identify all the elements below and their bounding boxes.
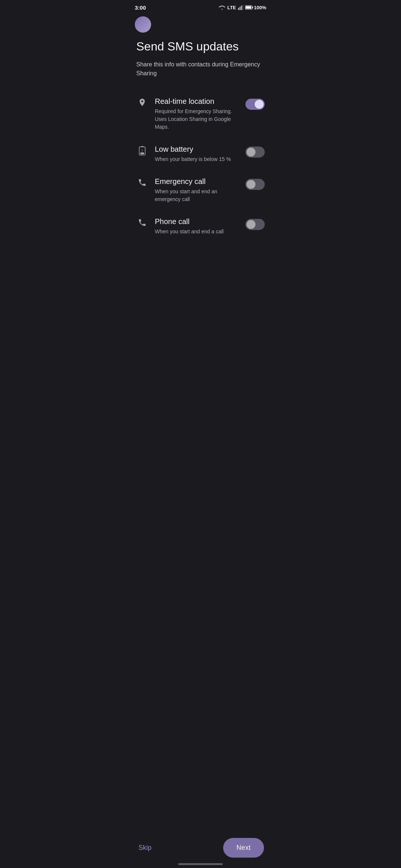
toggle-emergency-call[interactable] [245,179,265,190]
toggle-wrap-emergency-call[interactable] [245,177,265,190]
setting-text-emergency-call: Emergency call When you start and end an… [155,177,239,203]
toggle-wrap-low-battery[interactable] [245,144,265,158]
emergency-call-icon [138,178,147,188]
setting-desc-low-battery: When your battery is below 15 % [155,155,239,163]
toggle-real-time-location[interactable] [245,99,265,110]
setting-item-emergency-call: Emergency call When you start and end an… [136,170,265,210]
battery-icon: 100% [245,5,266,10]
svg-rect-3 [242,5,243,10]
svg-rect-5 [252,7,253,9]
setting-desc-phone-call: When you start and end a call [155,228,239,236]
setting-item-real-time-location: Real-time location Required for Emergenc… [136,90,265,138]
toggle-phone-call[interactable] [245,219,265,230]
setting-item-low-battery: ! Low battery When your battery is below… [136,138,265,170]
setting-desc-real-time-location: Required for Emergency Sharing. Uses Loc… [155,108,239,131]
toggle-wrap-phone-call[interactable] [245,217,265,230]
setting-title-low-battery: Low battery [155,144,239,154]
toggle-low-battery[interactable] [245,147,265,158]
battery-low-icon: ! [138,146,146,156]
main-content: Send SMS updates Share this info with co… [128,33,273,242]
setting-title-emergency-call: Emergency call [155,177,239,186]
lte-label: LTE [227,5,236,10]
setting-title-real-time-location: Real-time location [155,96,239,106]
page-subtitle: Share this info with contacts during Eme… [136,60,265,78]
svg-rect-6 [245,6,251,9]
svg-rect-9 [140,152,144,154]
status-time: 3:00 [135,4,146,11]
setting-text-real-time-location: Real-time location Required for Emergenc… [155,96,239,131]
svg-rect-2 [241,6,242,10]
wifi-icon [219,5,225,10]
emergency-call-icon-wrap [136,177,148,188]
toggle-wrap-real-time-location[interactable] [245,96,265,110]
location-icon-wrap [136,96,148,108]
battery-icon-wrap: ! [136,144,148,156]
svg-rect-1 [239,7,241,10]
svg-text:!: ! [142,149,143,152]
status-right: LTE 100% [219,5,266,10]
settings-list: Real-time location Required for Emergenc… [136,90,265,242]
location-icon [138,98,147,108]
toggle-knob-low-battery [247,148,255,157]
phone-call-icon [138,218,147,228]
setting-text-phone-call: Phone call When you start and end a call [155,217,239,236]
toggle-knob-phone-call [247,220,255,229]
svg-rect-0 [238,8,239,10]
toggle-knob-emergency-call [247,180,255,189]
setting-desc-emergency-call: When you start and end an emergency call [155,188,239,203]
phone-call-icon-wrap [136,217,148,228]
battery-percent: 100% [254,5,266,10]
signal-icon [238,5,243,10]
page-title: Send SMS updates [136,39,265,53]
status-bar: 3:00 LTE 100% [128,0,273,13]
toggle-knob-real-time-location [255,100,264,109]
avatar-row [128,13,273,33]
setting-title-phone-call: Phone call [155,217,239,226]
setting-text-low-battery: Low battery When your battery is below 1… [155,144,239,163]
setting-item-phone-call: Phone call When you start and end a call [136,210,265,242]
avatar [135,16,151,33]
